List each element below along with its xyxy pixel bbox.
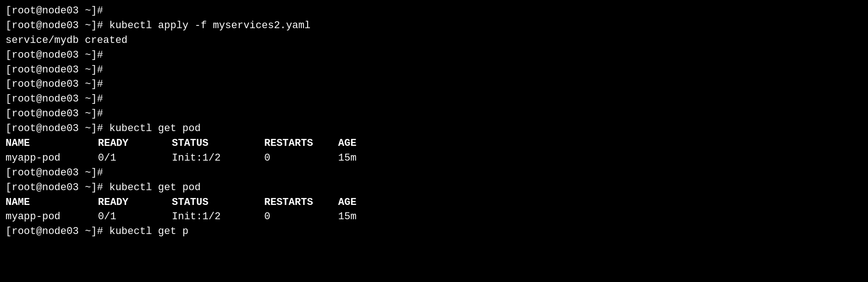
- prompt: [root@node03 ~]#: [6, 78, 103, 90]
- prompt: [root@node03 ~]#: [6, 167, 103, 179]
- prompt: [root@node03 ~]#: [6, 64, 103, 76]
- prompt: [root@node03 ~]#: [6, 5, 103, 17]
- prompt: [root@node03 ~]#: [6, 108, 103, 120]
- cell-ready: 0/1: [98, 151, 172, 166]
- terminal-line: [root@node03 ~]#: [6, 107, 862, 121]
- col-header-name: NAME: [6, 195, 98, 210]
- table-header-row: NAMEREADYSTATUSRESTARTSAGE: [6, 136, 862, 151]
- cell-restarts: 0: [264, 151, 338, 166]
- command-line: [root@node03 ~]# kubectl get pod: [6, 123, 200, 134]
- cell-ready: 0/1: [98, 210, 172, 224]
- terminal-window[interactable]: [root@node03 ~]#[root@node03 ~]# kubectl…: [6, 4, 862, 239]
- command-line: [root@node03 ~]# kubectl apply -f myserv…: [6, 20, 310, 31]
- terminal-line: [root@node03 ~]#: [6, 63, 862, 78]
- cell-restarts: 0: [264, 210, 338, 224]
- table-row: myapp-pod0/1Init:1/2015m: [6, 151, 862, 166]
- terminal-line: [root@node03 ~]# kubectl get p: [6, 224, 862, 239]
- terminal-line: [root@node03 ~]# kubectl get pod: [6, 121, 862, 136]
- col-header-restarts: RESTARTS: [264, 195, 338, 210]
- prompt: [root@node03 ~]#: [6, 93, 103, 105]
- col-header-restarts: RESTARTS: [264, 136, 338, 151]
- cell-age: 15m: [338, 151, 384, 166]
- col-header-name: NAME: [6, 136, 98, 151]
- cell-age: 15m: [338, 210, 384, 224]
- terminal-line: [root@node03 ~]#: [6, 77, 862, 92]
- col-header-ready: READY: [98, 136, 172, 151]
- partial-command: [root@node03 ~]# kubectl get p: [6, 226, 188, 237]
- terminal-line: service/mydb created: [6, 33, 862, 48]
- terminal-line: [root@node03 ~]#: [6, 166, 862, 180]
- cell-status: Init:1/2: [172, 210, 264, 224]
- prompt: [root@node03 ~]#: [6, 49, 103, 61]
- col-header-status: STATUS: [172, 136, 264, 151]
- cell-name: myapp-pod: [6, 210, 98, 224]
- col-header-ready: READY: [98, 195, 172, 210]
- table-row: myapp-pod0/1Init:1/2015m: [6, 210, 862, 224]
- terminal-line: [root@node03 ~]# kubectl apply -f myserv…: [6, 18, 862, 33]
- terminal-line: [root@node03 ~]#: [6, 48, 862, 63]
- table-header-row: NAMEREADYSTATUSRESTARTSAGE: [6, 195, 862, 210]
- col-header-status: STATUS: [172, 195, 264, 210]
- col-header-age: AGE: [338, 136, 384, 151]
- command-line: [root@node03 ~]# kubectl get pod: [6, 182, 200, 193]
- output-line: service/mydb created: [6, 35, 127, 46]
- cell-status: Init:1/2: [172, 151, 264, 166]
- terminal-line: [root@node03 ~]#: [6, 4, 862, 18]
- col-header-age: AGE: [338, 195, 384, 210]
- terminal-line: [root@node03 ~]#: [6, 92, 862, 107]
- terminal-line: [root@node03 ~]# kubectl get pod: [6, 180, 862, 195]
- cell-name: myapp-pod: [6, 151, 98, 166]
